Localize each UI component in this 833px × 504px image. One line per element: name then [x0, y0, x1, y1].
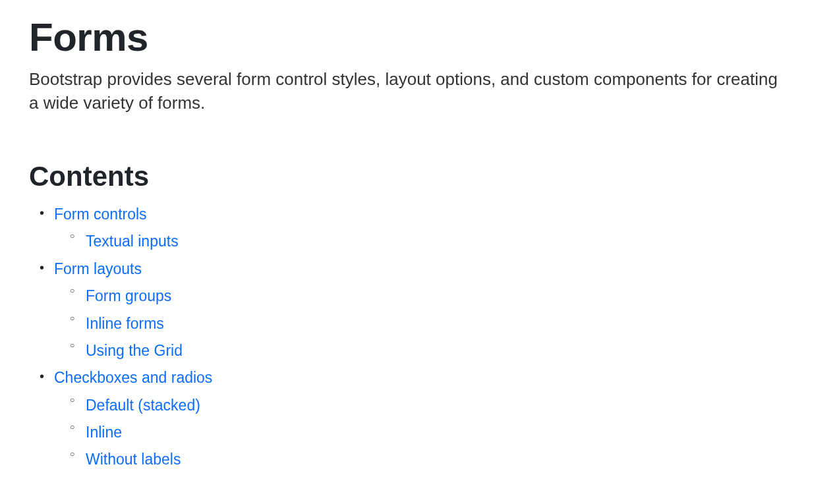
toc-sublist: Textual inputs	[54, 228, 804, 255]
toc-sublist: Form groups Inline forms Using the Grid	[54, 283, 804, 364]
toc-link-using-the-grid[interactable]: Using the Grid	[86, 342, 183, 359]
toc-subitem: Without labels	[86, 446, 804, 473]
toc-subitem: Inline	[86, 419, 804, 446]
toc-subitem: Inline forms	[86, 310, 804, 337]
toc-sublist: Default (stacked) Inline Without labels	[54, 392, 804, 474]
toc-subitem: Using the Grid	[86, 337, 804, 364]
contents-heading: Contents	[29, 161, 804, 192]
toc-link-checkboxes-and-radios[interactable]: Checkboxes and radios	[54, 369, 212, 386]
toc-subitem: Form groups	[86, 283, 804, 310]
toc-link-inline-forms[interactable]: Inline forms	[86, 315, 164, 332]
page-title: Forms	[29, 16, 804, 59]
toc-list: Form controls Textual inputs Form layout…	[29, 201, 804, 474]
toc-item: Checkboxes and radios Default (stacked) …	[54, 364, 804, 474]
toc-link-inline[interactable]: Inline	[86, 424, 122, 441]
toc-item: Form layouts Form groups Inline forms Us…	[54, 256, 804, 365]
toc-link-form-layouts[interactable]: Form layouts	[54, 260, 142, 277]
toc-link-default-stacked[interactable]: Default (stacked)	[86, 397, 200, 414]
page-container: Forms Bootstrap provides several form co…	[0, 0, 833, 490]
toc-subitem: Default (stacked)	[86, 392, 804, 419]
toc-subitem: Textual inputs	[86, 228, 804, 255]
page-lead: Bootstrap provides several form control …	[29, 67, 780, 115]
toc-link-textual-inputs[interactable]: Textual inputs	[86, 233, 179, 250]
toc-link-without-labels[interactable]: Without labels	[86, 451, 181, 468]
toc-link-form-groups[interactable]: Form groups	[86, 287, 171, 304]
toc-item: Form controls Textual inputs	[54, 201, 804, 256]
toc-link-form-controls[interactable]: Form controls	[54, 206, 147, 223]
